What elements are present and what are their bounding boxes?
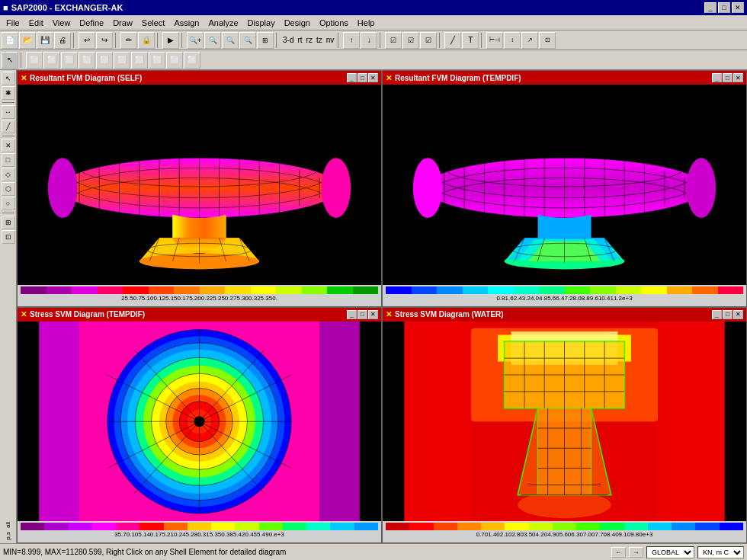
tb-open[interactable]: 📂 xyxy=(19,32,36,49)
menu-file[interactable]: File xyxy=(2,17,24,29)
tb-zoom-prev[interactable]: 🔍 xyxy=(239,32,256,49)
sep8 xyxy=(439,33,442,48)
tb-pen[interactable]: ✏ xyxy=(120,32,137,49)
tb-lock[interactable]: 🔒 xyxy=(138,32,155,49)
panel-tr-min[interactable]: _ xyxy=(712,73,722,82)
tb-dim3[interactable]: ↗ xyxy=(521,32,538,49)
menu-draw[interactable]: Draw xyxy=(108,17,137,29)
panel-tl-close[interactable]: ✕ xyxy=(368,73,378,82)
panel-tr-max[interactable]: □ xyxy=(723,73,733,82)
panel-br-min[interactable]: _ xyxy=(712,310,722,319)
tb2-b6[interactable]: ⬜ xyxy=(114,52,130,69)
menu-select[interactable]: Select xyxy=(137,17,170,29)
vtb-select[interactable]: ↖ xyxy=(2,72,15,85)
tb-zoom-in[interactable]: 🔍 xyxy=(204,32,221,49)
scale-tr-9: 8.0 xyxy=(573,295,582,302)
tb2-arrow[interactable]: ↖ xyxy=(2,52,18,69)
app-icon: ■ xyxy=(3,3,8,12)
svg-rect-100 xyxy=(658,322,725,522)
tb-new[interactable]: 📄 xyxy=(2,32,18,49)
tb-check1[interactable]: ☑ xyxy=(385,32,402,49)
status-arrow-left[interactable]: ← xyxy=(611,547,626,558)
vtb-b2[interactable]: ↔ xyxy=(2,105,15,119)
menu-assign[interactable]: Assign xyxy=(169,17,204,29)
panel-tl-min[interactable]: _ xyxy=(347,73,357,82)
tb-zoom-fit[interactable]: ⊞ xyxy=(257,32,274,49)
panel-bl-max[interactable]: □ xyxy=(357,310,367,319)
tb-arrow-dn[interactable]: ↓ xyxy=(361,32,377,49)
tb-t[interactable]: T xyxy=(462,32,479,49)
scale-bl-7: 280. xyxy=(191,531,203,538)
tb2-b5[interactable]: ⬜ xyxy=(96,52,113,69)
vtb-b7[interactable]: ⬡ xyxy=(2,182,15,196)
tb-arrow-up[interactable]: ↑ xyxy=(343,32,360,49)
scale-br-13: 9.80e+3 xyxy=(630,531,652,538)
panel-tl-icon: ✕ xyxy=(21,74,27,82)
vtb-b1[interactable]: ✱ xyxy=(2,86,15,100)
tb-redo[interactable]: ↪ xyxy=(96,32,113,49)
vtb-b3[interactable]: ╱ xyxy=(2,120,15,133)
panel-br-max[interactable]: □ xyxy=(723,310,733,319)
coord-system-dropdown[interactable]: GLOBAL LOCAL xyxy=(646,546,694,558)
scale-tr-12: 10.4 xyxy=(598,295,611,302)
tb-run[interactable]: ▶ xyxy=(162,32,179,49)
scale-bl-4: 175. xyxy=(155,531,168,538)
tb2-b9[interactable]: ⬜ xyxy=(166,52,183,69)
menu-define[interactable]: Define xyxy=(75,17,108,29)
panel-bl-min[interactable]: _ xyxy=(347,310,357,319)
panel-tl-max[interactable]: □ xyxy=(357,73,367,82)
tb-print[interactable]: 🖨 xyxy=(54,32,71,49)
units-dropdown[interactable]: KN, m C kip, ft F xyxy=(697,546,744,558)
tb-save[interactable]: 💾 xyxy=(37,32,53,49)
menu-view[interactable]: View xyxy=(48,17,75,29)
vtb-b6[interactable]: ◇ xyxy=(2,168,15,181)
close-button[interactable]: ✕ xyxy=(732,2,744,13)
vtb-b10[interactable]: ⊡ xyxy=(2,230,15,244)
menu-display[interactable]: Display xyxy=(243,17,280,29)
maximize-button[interactable]: □ xyxy=(718,2,730,13)
vtb-b9[interactable]: ⊞ xyxy=(2,216,15,229)
tb-zoom-window[interactable]: 🔍+ xyxy=(187,32,204,49)
tb2-b1[interactable]: ⬜ xyxy=(26,52,43,69)
menu-edit[interactable]: Edit xyxy=(24,17,48,29)
scale-br-3: 2.80 xyxy=(511,531,524,538)
scale-br-5: 4.20 xyxy=(536,531,548,538)
panel-br-scalebar: 0.70 1.40 2.10 2.80 3.50 4.20 4.90 5.60 … xyxy=(383,521,746,542)
toolbar-1: 📄 📂 💾 🖨 ↩ ↪ ✏ 🔒 ▶ 🔍+ 🔍 🔍 🔍 ⊞ 3-d rt rz t… xyxy=(0,30,747,50)
panel-tl-title-left: ✕ Resultant FVM Diagram (SELF) xyxy=(21,74,142,82)
panel-br-title: Stress SVM Diagram (WATER) xyxy=(395,310,504,318)
scale-tr-13: 11.2e+3 xyxy=(610,295,632,302)
scale-tl-12: 325. xyxy=(254,295,266,302)
tb2-b7[interactable]: ⬜ xyxy=(131,52,148,69)
panel-tr-close[interactable]: ✕ xyxy=(733,73,743,82)
menu-analyze[interactable]: Analyze xyxy=(204,17,242,29)
status-left: MIN=8.999, MAX=11280.599, Right Click on… xyxy=(3,548,611,556)
vtb-b5[interactable]: □ xyxy=(2,153,15,167)
status-arrow-right[interactable]: → xyxy=(629,547,643,558)
vtb-b4[interactable]: ✕ xyxy=(2,139,15,152)
tb-check2[interactable]: ☑ xyxy=(402,32,419,49)
menu-help[interactable]: Help xyxy=(353,17,380,29)
tb-zoom-out[interactable]: 🔍 xyxy=(222,32,239,49)
vtb-b8[interactable]: ○ xyxy=(2,197,15,210)
tb-dim2[interactable]: ↕ xyxy=(504,32,521,49)
tb-dim1[interactable]: ⊢⊣ xyxy=(486,32,503,49)
minimize-button[interactable]: _ xyxy=(704,2,717,13)
scale-tr-3: 3.2 xyxy=(522,295,531,302)
tb2-b4[interactable]: ⬜ xyxy=(79,52,95,69)
tb2-b10[interactable]: ⬜ xyxy=(184,52,200,69)
tb-dim4[interactable]: ⊡ xyxy=(539,32,556,49)
tb-check3[interactable]: ☑ xyxy=(420,32,437,49)
tb2-b2[interactable]: ⬜ xyxy=(43,52,60,69)
tb2-b8[interactable]: ⬜ xyxy=(149,52,165,69)
panel-br-close[interactable]: ✕ xyxy=(733,310,743,319)
tb-undo[interactable]: ↩ xyxy=(79,32,95,49)
vtb-label-ps: p,s xyxy=(5,530,11,542)
scale-br-11: 8.40 xyxy=(607,531,619,538)
menu-design[interactable]: Design xyxy=(280,17,315,29)
tb2-b3[interactable]: ⬜ xyxy=(61,52,78,69)
tb-slash[interactable]: ╱ xyxy=(444,32,461,49)
panel-bl-close[interactable]: ✕ xyxy=(368,310,378,319)
vtb-sep1 xyxy=(2,102,14,103)
menu-options[interactable]: Options xyxy=(315,17,353,29)
